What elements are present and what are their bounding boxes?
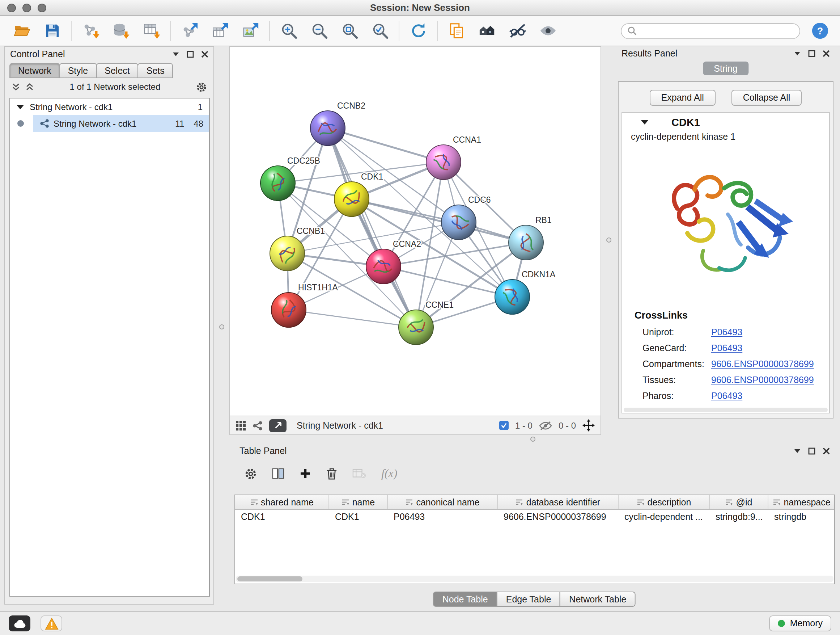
table-horizontal-scrollbar-thumb[interactable] xyxy=(237,576,302,581)
column-header-id[interactable]: @id xyxy=(710,495,768,509)
column-header-canonical-name[interactable]: canonical name xyxy=(388,495,498,509)
crosslink-link[interactable]: P06493 xyxy=(711,327,742,337)
tab-network-table[interactable]: Network Table xyxy=(560,592,636,607)
network-collection-row[interactable]: String Network - cdk1 1 xyxy=(10,98,209,115)
delete-column-icon[interactable] xyxy=(326,467,337,480)
tab-string[interactable]: String xyxy=(703,62,748,75)
export-image-button[interactable] xyxy=(238,19,263,43)
network-row-selected[interactable]: String Network - cdk1 11 48 xyxy=(33,115,209,132)
cell-canonical-name[interactable]: P06493 xyxy=(388,510,498,524)
show-columns-icon[interactable] xyxy=(272,468,284,479)
network-node-CDC25B[interactable] xyxy=(261,166,295,201)
import-network-database-button[interactable] xyxy=(109,19,133,43)
network-node-CCNA2[interactable] xyxy=(366,249,401,284)
cell-database-identifier[interactable]: 9606.ENSP00000378699 xyxy=(498,510,619,524)
panel-collapse-icon[interactable] xyxy=(794,448,801,455)
cell-description[interactable]: cyclin-dependent ... xyxy=(619,510,710,524)
cell-shared-name[interactable]: CDK1 xyxy=(235,510,329,524)
panel-float-icon[interactable] xyxy=(808,448,815,455)
gear-icon[interactable] xyxy=(245,467,257,480)
apply-layout-button[interactable] xyxy=(406,19,431,43)
network-canvas[interactable]: CCNB2CCNA1CDC25BCDK1CDC6RB1CCNB1CCNA2CDK… xyxy=(230,47,602,416)
toolbar-search[interactable] xyxy=(621,23,800,39)
column-header-name[interactable]: name xyxy=(329,495,388,509)
column-header-namespace[interactable]: namespace xyxy=(768,495,835,509)
protein-card-header[interactable]: CDK1 xyxy=(622,113,829,132)
right-splitter-handle[interactable] xyxy=(606,238,611,242)
table-row[interactable]: CDK1 CDK1 P06493 9606.ENSP00000378699 cy… xyxy=(235,510,834,524)
close-window-button[interactable] xyxy=(7,4,16,12)
hidden-eye-slash-icon[interactable] xyxy=(539,420,552,431)
panel-close-icon[interactable] xyxy=(823,50,830,57)
tab-style[interactable]: Style xyxy=(59,63,97,78)
open-session-button[interactable] xyxy=(9,19,34,43)
network-node-CCNB1[interactable] xyxy=(270,236,305,271)
export-table-button[interactable] xyxy=(208,19,232,43)
expand-all-icon[interactable] xyxy=(25,82,34,91)
network-node-CCNA1[interactable] xyxy=(426,145,461,180)
collapse-all-button[interactable]: Collapse All xyxy=(731,90,802,106)
column-header-database-identifier[interactable]: database identifier xyxy=(498,495,619,509)
panel-float-icon[interactable] xyxy=(808,50,815,57)
share-network-icon[interactable] xyxy=(253,420,263,431)
panel-close-icon[interactable] xyxy=(201,51,208,58)
network-node-CCNE1[interactable] xyxy=(399,310,433,345)
cloud-status-button[interactable] xyxy=(9,616,30,631)
expand-all-button[interactable]: Expand All xyxy=(650,90,715,106)
import-network-button[interactable] xyxy=(78,19,103,43)
expander-icon[interactable] xyxy=(641,119,648,125)
warnings-button[interactable] xyxy=(41,616,62,631)
collapse-all-icon[interactable] xyxy=(11,82,20,91)
tab-network[interactable]: Network xyxy=(9,63,60,78)
add-column-icon[interactable] xyxy=(300,468,311,479)
crosslink-link[interactable]: P06493 xyxy=(711,391,742,401)
maximize-window-button[interactable] xyxy=(38,4,46,12)
search-input[interactable] xyxy=(640,26,794,36)
panel-collapse-icon[interactable] xyxy=(172,51,180,58)
pan-crosshair-icon[interactable] xyxy=(583,419,595,432)
birds-eye-view-icon[interactable] xyxy=(236,420,246,431)
column-header-shared-name[interactable]: shared name xyxy=(235,495,329,509)
network-node-CDK1[interactable] xyxy=(334,182,369,217)
tab-sets[interactable]: Sets xyxy=(138,63,173,78)
save-session-button[interactable] xyxy=(40,19,65,43)
results-horizontal-scrollbar[interactable] xyxy=(624,408,828,412)
network-node-HIST1H1A[interactable] xyxy=(271,293,306,327)
panel-close-icon[interactable] xyxy=(823,448,830,455)
memory-button[interactable]: Memory xyxy=(769,616,831,631)
hide-graphics-details-button[interactable] xyxy=(505,19,530,43)
network-edge-CDK1-RB1[interactable] xyxy=(352,199,526,242)
zoom-selected-button[interactable] xyxy=(368,19,392,43)
gear-icon[interactable] xyxy=(196,81,207,92)
bottom-splitter-handle[interactable] xyxy=(531,437,535,442)
column-header-description[interactable]: description xyxy=(619,495,710,509)
network-node-RB1[interactable] xyxy=(508,225,543,260)
clone-network-button[interactable] xyxy=(444,19,469,43)
import-table-button[interactable] xyxy=(139,19,164,43)
zoom-fit-button[interactable] xyxy=(337,19,362,43)
show-details-button[interactable] xyxy=(535,19,560,43)
selected-checkbox[interactable] xyxy=(499,421,508,430)
open-in-new-window-button[interactable] xyxy=(269,419,286,432)
crosslink-link[interactable]: P06493 xyxy=(711,343,742,353)
panel-collapse-icon[interactable] xyxy=(794,50,801,57)
network-edge-HIST1H1A-CCNE1[interactable] xyxy=(289,310,416,327)
minimize-window-button[interactable] xyxy=(22,4,31,12)
network-row[interactable]: String Network - cdk1 11 48 xyxy=(10,115,209,132)
network-node-CDKN1A[interactable] xyxy=(495,279,530,314)
cell-name[interactable]: CDK1 xyxy=(329,510,388,524)
tab-node-table[interactable]: Node Table xyxy=(433,592,497,607)
export-network-button[interactable] xyxy=(177,19,202,43)
network-node-CDC6[interactable] xyxy=(441,205,476,240)
network-edge-CCNB2-CCNE1[interactable] xyxy=(328,128,416,327)
expander-icon[interactable] xyxy=(17,104,24,110)
cybrowser-button[interactable] xyxy=(475,19,499,43)
tab-edge-table[interactable]: Edge Table xyxy=(497,592,561,607)
cell-id[interactable]: stringdb:9... xyxy=(710,510,768,524)
zoom-out-button[interactable] xyxy=(307,19,332,43)
crosslink-link[interactable]: 9606.ENSP00000378699 xyxy=(711,375,814,385)
help-button[interactable]: ? xyxy=(807,19,832,43)
network-node-CCNB2[interactable] xyxy=(310,111,345,146)
network-edge-CCNB2-CCNA1[interactable] xyxy=(328,128,444,162)
crosslink-link[interactable]: 9606.ENSP00000378699 xyxy=(711,359,814,369)
